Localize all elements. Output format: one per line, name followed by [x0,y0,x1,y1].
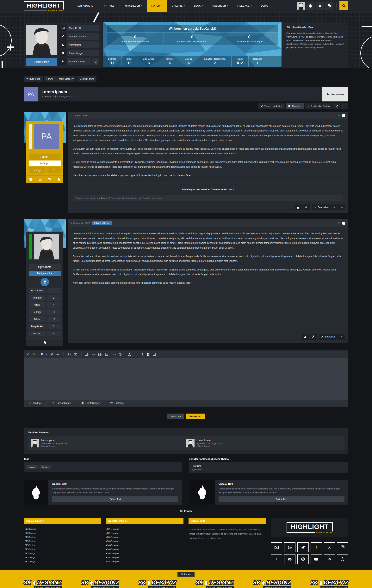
nav-item-galerie[interactable]: GALERIE▾ [167,0,189,12]
edit-post-button[interactable]: Bearbeiten [312,204,331,210]
author-avatar[interactable]: PA [34,124,59,149]
moderation-wrench-button[interactable] [303,204,310,210]
editor-quote-button[interactable]: “▾ [111,352,117,357]
footer-link[interactable]: SK-Designz [24,539,101,543]
breadcrumb-forum[interactable]: Forum [44,76,55,82]
block-icon[interactable] [38,178,42,181]
post-number[interactable]: #1 [338,115,340,117]
nav-item-blog[interactable]: BLOG▾ [189,0,208,12]
submit-reply-button[interactable]: Antworten [186,414,205,419]
user-menu-avatar[interactable] [297,2,305,10]
tab-umfrage[interactable]: Umfrage [105,400,129,407]
edit-note-author[interactable]: Pascal [101,197,107,200]
stat-reports[interactable]: 0 ausstehende Meldungen [221,32,278,45]
editor-spoiler-button[interactable]: ▭ [134,352,139,357]
editor-list-button[interactable]: ▾ [66,352,72,357]
editor-bold-button[interactable]: B [40,352,44,357]
footer-link[interactable]: SK-Designz [106,551,183,555]
editor-undo-button[interactable]: ↶ [26,352,31,357]
stat-notifications[interactable]: 0 neue Benachrichtigungen [107,32,164,45]
nav-item-kalender[interactable]: KALENDER▾ [208,0,233,12]
special-box-button[interactable]: Button Text [219,496,344,502]
editor-remove-format-button[interactable] [118,352,123,357]
editor-textarea[interactable] [24,358,348,400]
reply-button[interactable]: Antworten [322,87,348,101]
subscribed-button[interactable]: Abonniert [286,103,304,109]
author-avatar[interactable] [34,234,59,259]
speaker-icon[interactable] [297,554,309,564]
report-button[interactable] [295,204,302,210]
partner-logo-sk-designz[interactable]: SK DESIGNZ WOLTLAB THEMES WITH LOVE [310,580,348,588]
partner-logo-sk-designz[interactable]: SK DESIGNZ WOLTLAB THEMES WITH LOVE [81,580,119,588]
tab-einstellungen[interactable]: Einstellungen [76,400,105,407]
similar-thread-item[interactable]: Lorem Ipsum SgtKaneki · 20. August 2023 … [186,439,341,447]
home-icon[interactable] [43,341,46,344]
footer-link[interactable]: SK-Designz [24,547,101,551]
special-box-button[interactable]: Button Text [52,496,178,502]
post-number[interactable]: #2 [338,222,340,224]
menu-item-profil-bearbeiten[interactable]: Profil bearbeiten [59,33,99,40]
footer-link[interactable]: SK-Designz [24,531,101,535]
breadcrumb-main-category[interactable]: Main Category [56,76,76,82]
tab-smileys[interactable]: ☺Smileys [24,400,47,407]
trophy-badge[interactable] [41,278,49,286]
site-logo[interactable]: HIGHLIGHT WOLTLAB THEME [24,1,64,10]
footer-link[interactable]: SK-Designz [106,531,183,535]
thread-author-avatar[interactable]: PA [24,87,38,101]
footer-link[interactable]: SK-Designz [106,543,183,547]
facebook-icon[interactable]: f [311,542,322,552]
quote-button[interactable]: “ [331,204,338,210]
conversation-icon[interactable] [47,178,51,181]
partner-logo-sk-designz[interactable]: SK DESIGNZ WOLTLAB THEMES WITH LOVE [253,580,291,588]
partner-logo-sk-designz[interactable]: SK DESIGNZ WOLTLAB THEMES WITH LOVE [196,580,234,588]
counter-cell[interactable]: Termine 4 [160,56,179,67]
logout-power-button[interactable] [92,58,99,65]
footer-link[interactable]: SK-Designz [106,559,183,563]
edit-post-button[interactable]: Bearbeiten [319,334,338,340]
partner-logo-sk-designz[interactable]: SK DESIGNZ WOLTLAB THEMES WITH LOVE [24,580,62,588]
counter-cell[interactable]: Dateien 4 [179,56,198,67]
editor-align-button[interactable]: ▾ [73,352,79,357]
counter-cell[interactable]: Beiträge 11 [103,56,121,67]
tag-ipsum[interactable]: Ipsum [40,465,51,469]
counter-cell[interactable]: Punkte 512 [231,56,249,67]
youtube-icon[interactable] [311,554,322,564]
author-name[interactable]: Pascal [29,154,61,160]
editor-table-button[interactable]: ▾ [104,352,111,357]
nav-item-artikel[interactable]: ARTIKEL [99,0,120,12]
moderation-wrench-button[interactable] [310,334,317,340]
moderation-button[interactable] [316,2,324,10]
search-button[interactable] [339,1,348,10]
editor-inline-code-button[interactable]: <> [91,352,96,357]
menu-item-verwaltung[interactable]: Verwaltung [59,42,99,48]
instagram-icon[interactable] [337,542,348,552]
follow-plus-icon[interactable] [29,177,33,181]
conversations-button[interactable] [325,2,333,10]
edit-thread-button[interactable]: Thema bearbeiten [258,103,285,109]
footer-link[interactable]: SK-Designz [24,527,101,531]
footer-link[interactable]: SK-Designz [106,539,183,543]
tiktok-icon[interactable]: ♪ [271,554,282,564]
footer-link[interactable]: SK-Designz [106,535,183,539]
thread-author[interactable]: Pascal [42,95,51,98]
editor-redo-button[interactable]: ↷ [31,352,36,357]
footer-link[interactable]: SK-Designz [106,547,183,551]
nav-item-mitglieder[interactable]: MITGLIEDER▾ [120,0,147,12]
footer-link[interactable]: SK-Designz [24,555,101,559]
counter-cell[interactable]: Erhaltene Reaktionen 2 [198,56,231,67]
menu-item-einstellungen[interactable]: Einstellungen [59,50,99,56]
editor-mention-button[interactable] [140,352,145,357]
first-official-post-button[interactable]: →1. offizieller Beitrag [305,103,332,109]
preview-button[interactable]: Vorschau [167,414,184,419]
menu-item-administration[interactable]: Administration [59,58,99,65]
online-user[interactable]: SgtKaneki [191,468,346,471]
email-icon[interactable] [271,542,282,552]
editor-warning-button[interactable]: ▾ [127,352,133,357]
editor-media-button[interactable] [152,352,157,357]
nav-item-filebase[interactable]: FILEBASE▾ [233,0,256,12]
footer-link[interactable]: SK-Designz [24,535,101,539]
post-select-checkbox[interactable] [342,114,345,117]
footer-link[interactable]: SK-Designz [24,551,101,555]
editor-more-button[interactable]: ⋯▾ [55,352,61,357]
post-select-checkbox[interactable] [342,222,345,225]
